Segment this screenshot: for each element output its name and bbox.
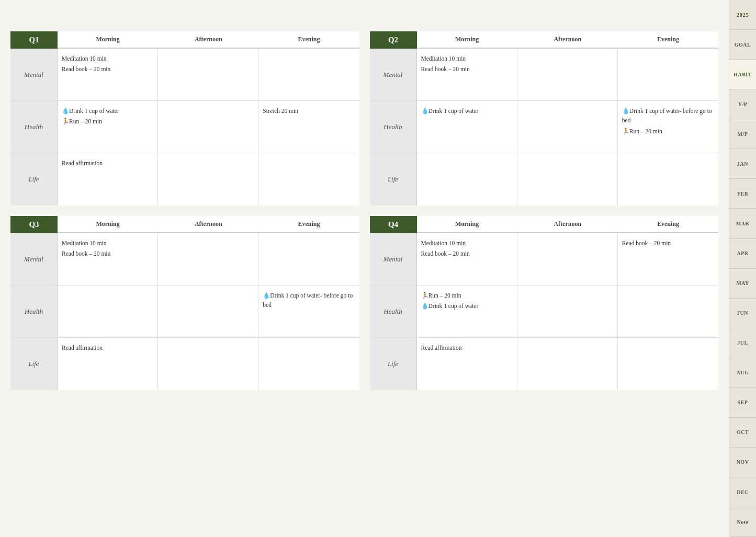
cell-mental-evening — [258, 233, 359, 285]
list-item: Read book – 20 min — [421, 249, 513, 258]
cell-mental-evening — [258, 49, 359, 100]
row-label-life: Life — [10, 153, 58, 205]
col-header-morning: Morning — [58, 216, 158, 233]
cell-mental-afternoon — [158, 49, 258, 100]
cell-mental-afternoon — [158, 233, 258, 285]
list-item: 🏃Run – 20 min — [62, 117, 153, 126]
table-row: Life — [370, 153, 719, 205]
list-item: Meditation 10 min — [421, 238, 513, 248]
row-label-health: Health — [370, 101, 417, 153]
sidebar-item-note[interactable]: Note — [729, 507, 756, 537]
sidebar-item-feb[interactable]: FEB — [729, 179, 756, 209]
sidebar-item-goal[interactable]: GOAL — [729, 30, 756, 60]
q3-rows: MentalMeditation 10 minRead book – 20 mi… — [10, 233, 359, 390]
cell-mental-afternoon — [517, 49, 618, 100]
sidebar-item-sep[interactable]: SEP — [729, 388, 756, 418]
table-row: Health💧Drink 1 cup of water- before go t… — [10, 285, 359, 338]
table-row: Health💧Drink 1 cup of water🏃Run – 20 min… — [10, 101, 359, 153]
col-header-evening: Evening — [618, 31, 718, 49]
row-label-health: Health — [10, 101, 58, 153]
cell-life-afternoon — [517, 153, 618, 205]
q3-label: Q3 — [10, 216, 58, 233]
list-item: 🏃Run – 20 min — [421, 291, 513, 300]
cell-life-evening — [258, 153, 359, 205]
sidebar-item-m/p[interactable]: M/P — [729, 119, 756, 149]
cell-life-evening — [618, 338, 718, 390]
sidebar-item-aug[interactable]: AUG — [729, 358, 756, 388]
sidebar-item-mar[interactable]: MAR — [729, 209, 756, 238]
cell-life-evening — [618, 153, 718, 205]
list-item: Read book – 20 min — [421, 64, 513, 74]
list-item: Meditation 10 min — [62, 54, 153, 63]
sidebar-item-2025[interactable]: 2025 — [729, 0, 756, 30]
cell-health-evening: 💧Drink 1 cup of water- before go to bed — [258, 285, 359, 337]
table-row: MentalMeditation 10 minRead book – 20 mi… — [10, 233, 359, 285]
cell-life-afternoon — [158, 338, 258, 390]
row-label-health: Health — [370, 285, 417, 337]
sidebar-item-jul[interactable]: JUL — [729, 328, 756, 358]
cell-health-afternoon — [517, 101, 618, 153]
quarter-q2: Q2MorningAfternoonEveningMentalMeditatio… — [370, 31, 719, 205]
table-row: Health🏃Run – 20 min💧Drink 1 cup of water — [370, 285, 719, 338]
table-row: Health💧Drink 1 cup of water💧Drink 1 cup … — [370, 101, 719, 153]
list-item: 💧Drink 1 cup of water- before go to bed — [622, 106, 714, 125]
sidebar-item-oct[interactable]: OCT — [729, 418, 756, 448]
q4-rows: MentalMeditation 10 minRead book – 20 mi… — [370, 233, 719, 390]
list-item: 💧Drink 1 cup of water — [421, 106, 513, 116]
cell-mental-evening: Read book – 20 min — [618, 233, 718, 285]
quarters-grid: Q1MorningAfternoonEveningMentalMeditatio… — [10, 31, 718, 390]
list-item: Meditation 10 min — [62, 238, 153, 248]
table-row: LifeRead affirmation — [10, 338, 359, 390]
row-label-mental: Mental — [370, 49, 417, 100]
col-header-evening: Evening — [258, 31, 359, 49]
sidebar-item-apr[interactable]: APR — [729, 239, 756, 269]
q4-label: Q4 — [370, 216, 417, 233]
cell-health-evening — [618, 285, 718, 337]
q2-rows: MentalMeditation 10 minRead book – 20 mi… — [370, 49, 719, 205]
list-item: Read book – 20 min — [62, 64, 153, 74]
col-header-afternoon: Afternoon — [158, 31, 258, 49]
list-item: Read affirmation — [62, 158, 153, 168]
cell-health-afternoon — [158, 285, 258, 337]
q3-header: Q3MorningAfternoonEvening — [10, 216, 359, 233]
q4-header: Q4MorningAfternoonEvening — [370, 216, 719, 233]
sidebar-item-nov[interactable]: NOV — [729, 448, 756, 477]
cell-mental-morning: Meditation 10 minRead book – 20 min — [58, 49, 158, 100]
row-label-life: Life — [370, 153, 417, 205]
table-row: LifeRead affirmation — [10, 153, 359, 205]
list-item: 💧Drink 1 cup of water — [421, 301, 513, 311]
list-item: Read book – 20 min — [622, 238, 714, 248]
row-label-life: Life — [370, 338, 417, 390]
table-row: MentalMeditation 10 minRead book – 20 mi… — [370, 49, 719, 101]
cell-life-morning: Read affirmation — [417, 338, 517, 390]
q1-rows: MentalMeditation 10 minRead book – 20 mi… — [10, 49, 359, 205]
col-header-evening: Evening — [618, 216, 718, 233]
col-header-morning: Morning — [417, 216, 517, 233]
list-item: Meditation 10 min — [421, 54, 513, 63]
cell-mental-evening — [618, 49, 718, 100]
col-header-morning: Morning — [58, 31, 158, 49]
quarter-q3: Q3MorningAfternoonEveningMentalMeditatio… — [10, 216, 359, 390]
sidebar-item-y/p[interactable]: Y/P — [729, 89, 756, 119]
sidebar-item-dec[interactable]: DEC — [729, 477, 756, 507]
list-item: 💧Drink 1 cup of water- before go to bed — [263, 291, 355, 310]
sidebar-item-may[interactable]: MAY — [729, 269, 756, 299]
cell-health-morning: 🏃Run – 20 min💧Drink 1 cup of water — [417, 285, 517, 337]
cell-mental-morning: Meditation 10 minRead book – 20 min — [417, 49, 517, 100]
q2-header: Q2MorningAfternoonEvening — [370, 31, 719, 49]
table-row: MentalMeditation 10 minRead book – 20 mi… — [370, 233, 719, 285]
row-label-mental: Mental — [10, 233, 58, 285]
q1-header: Q1MorningAfternoonEvening — [10, 31, 359, 49]
row-label-life: Life — [10, 338, 58, 390]
cell-health-afternoon — [517, 285, 618, 337]
list-item: 💧Drink 1 cup of water — [62, 106, 153, 116]
sidebar-item-habit[interactable]: HABIT — [729, 60, 756, 89]
row-label-mental: Mental — [370, 233, 417, 285]
cell-mental-afternoon — [517, 233, 618, 285]
cell-health-morning — [58, 285, 158, 337]
list-item: Read affirmation — [62, 343, 153, 352]
sidebar-item-jan[interactable]: JAN — [729, 149, 756, 179]
sidebar-item-jun[interactable]: JUN — [729, 299, 756, 328]
cell-health-afternoon — [158, 101, 258, 153]
cell-health-evening: 💧Drink 1 cup of water- before go to bed🏃… — [618, 101, 718, 153]
